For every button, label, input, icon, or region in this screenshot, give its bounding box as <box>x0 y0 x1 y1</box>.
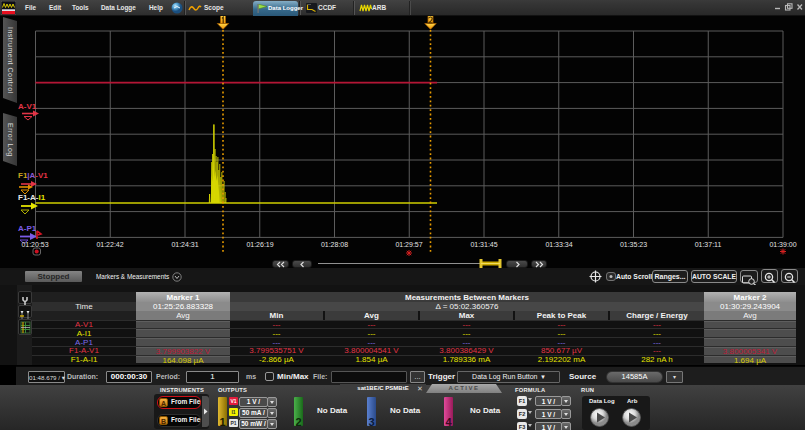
svg-text:01:39:00: 01:39:00 <box>769 241 796 248</box>
svg-text:01:22:42: 01:22:42 <box>96 241 123 248</box>
svg-text:01:20:53: 01:20:53 <box>21 241 48 248</box>
svg-text:01:29:57: 01:29:57 <box>395 241 422 248</box>
svg-text:01:37:11: 01:37:11 <box>695 241 722 248</box>
svg-text:A-V1: A-V1 <box>18 102 37 111</box>
svg-text:F1|A-V1: F1|A-V1 <box>18 171 48 180</box>
svg-text:01:31:45: 01:31:45 <box>470 241 497 248</box>
svg-text:F1-A-I1: F1-A-I1 <box>18 193 46 202</box>
svg-text:A-P1: A-P1 <box>18 224 37 233</box>
svg-text:01:33:34: 01:33:34 <box>545 241 572 248</box>
svg-text:01:28:08: 01:28:08 <box>321 241 348 248</box>
svg-text:01:24:31: 01:24:31 <box>171 241 198 248</box>
svg-text:01:26:19: 01:26:19 <box>246 241 273 248</box>
svg-text:01:35:23: 01:35:23 <box>620 241 647 248</box>
